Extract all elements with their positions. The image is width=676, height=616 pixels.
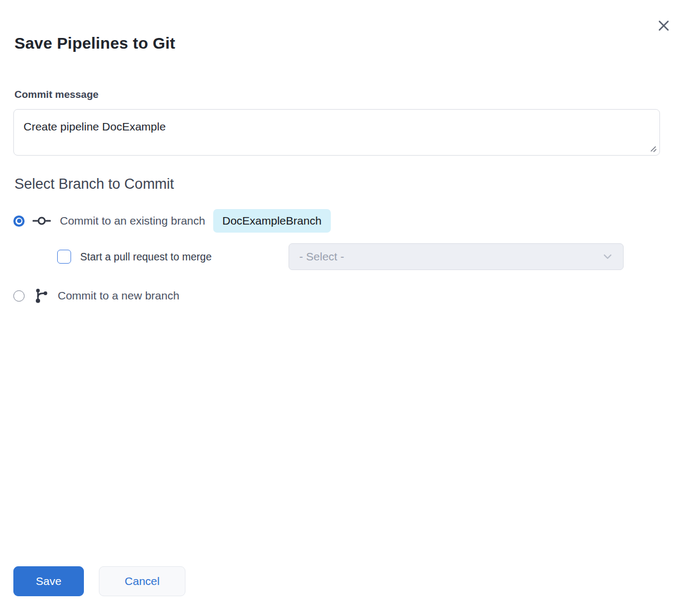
git-commit-icon xyxy=(33,215,51,227)
pull-request-label: Start a pull request to merge xyxy=(80,251,212,263)
select-placeholder: - Select - xyxy=(299,250,344,263)
cancel-button[interactable]: Cancel xyxy=(99,566,185,596)
dialog-title: Save Pipelines to Git xyxy=(14,34,175,52)
branch-badge: DocExampleBranch xyxy=(213,209,331,233)
radio-inner-ring xyxy=(15,218,22,225)
close-button[interactable] xyxy=(656,18,672,34)
pull-request-checkbox[interactable] xyxy=(57,250,71,264)
git-branch-icon xyxy=(34,288,49,304)
pull-request-row: Start a pull request to merge - Select - xyxy=(57,243,212,270)
commit-message-input[interactable]: Create pipeline DocExample xyxy=(14,110,659,155)
new-branch-option[interactable]: Commit to a new branch xyxy=(13,284,180,307)
merge-target-select[interactable]: - Select - xyxy=(289,243,624,270)
existing-branch-radio[interactable] xyxy=(13,215,25,227)
radio-dot xyxy=(17,219,21,223)
new-branch-label: Commit to a new branch xyxy=(58,289,180,302)
close-icon xyxy=(657,19,670,32)
save-button[interactable]: Save xyxy=(13,566,84,596)
existing-branch-option[interactable]: Commit to an existing branch DocExampleB… xyxy=(13,208,331,234)
branch-section-heading: Select Branch to Commit xyxy=(14,176,174,192)
chevron-down-icon xyxy=(602,251,613,262)
commit-message-field: Create pipeline DocExample xyxy=(13,109,660,156)
new-branch-radio[interactable] xyxy=(13,290,25,302)
save-pipelines-dialog: Save Pipelines to Git Commit message Cre… xyxy=(0,0,676,616)
commit-message-label: Commit message xyxy=(14,89,98,101)
existing-branch-label: Commit to an existing branch xyxy=(60,214,205,227)
